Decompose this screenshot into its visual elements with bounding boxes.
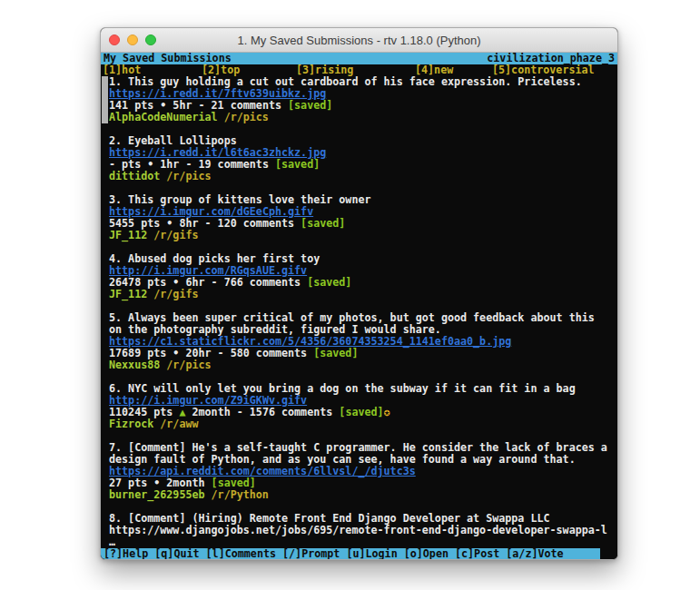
subreddit[interactable]: /r/Python [212,488,269,501]
submission-byline: AlphaCodeNumerial/r/pics [109,112,617,123]
traffic-lights [109,34,156,45]
saved-badge: [saved] [313,347,358,359]
shortcut-bar: [?]Help [q]Quit [l]Comments [/]Prompt [u… [101,548,600,560]
submission-7[interactable]: 7. [Comment] He's a self-taught C progra… [101,442,617,501]
submission-1[interactable]: 1. This guy holding a cut out cardboard … [101,76,617,123]
submission-3[interactable]: 3. This group of kittens love their owne… [101,194,617,241]
subreddit[interactable]: /r/gifs [153,229,198,241]
submission-byline: Fizrock/r/aww [109,418,617,430]
submission-byline: JF_112/r/gifs [109,289,617,300]
subreddit[interactable]: /r/pics [166,359,211,371]
selection-cursor [102,76,108,123]
title-bar: 1. My Saved Submissions - rtv 1.18.0 (Py… [101,28,617,53]
submission-8[interactable]: 8. [Comment] (Hiring) Remote Front End D… [101,513,617,548]
author[interactable]: JF_112 [109,229,147,241]
zoom-button[interactable] [145,34,156,45]
saved-badge: [saved] [307,276,351,289]
submission-4[interactable]: 4. Abused dog picks her first toy http:/… [101,253,617,300]
saved-badge: [saved] [339,406,383,418]
rtv-window: 1. My Saved Submissions - rtv 1.18.0 (Py… [100,27,618,560]
saved-badge: [saved] [301,217,345,230]
author[interactable]: dittidot [109,170,160,182]
submission-2[interactable]: 2. Eyeball Lollipops https://i.redd.it/l… [101,135,617,182]
saved-badge: [saved] [212,477,256,489]
submission-6[interactable]: 6. NYC will only let you bring a dog on … [101,383,617,430]
submission-title: 5. Always been super critical of my phot… [109,312,617,336]
subreddit[interactable]: /r/pics [166,170,211,182]
truncation-ellipsis: … [109,536,617,548]
submission-byline: Nexxus88/r/pics [109,359,617,371]
author[interactable]: AlphaCodeNumerial [109,111,218,123]
close-button[interactable] [109,34,120,45]
subreddit[interactable]: /r/pics [224,111,269,123]
minimize-button[interactable] [127,34,138,45]
submission-5[interactable]: 5. Always been super critical of my phot… [101,312,617,371]
terminal: My Saved Submissions civilization_phaze_… [101,53,617,560]
gilded-icon: ✪ [384,406,390,418]
submission-title: 7. [Comment] He's a self-taught C progra… [109,442,617,466]
author[interactable]: Nexxus88 [109,359,160,371]
author[interactable]: Fizrock [109,418,153,430]
submission-byline: burner_262955eb/r/Python [109,489,617,501]
subreddit[interactable]: /r/aww [160,418,198,430]
submission-body: https://www.djangojobs.net/jobs/695/remo… [109,525,617,536]
author[interactable]: burner_262955eb [109,488,205,501]
subreddit[interactable]: /r/gifs [153,288,198,300]
submission-byline: dittidot/r/pics [109,171,617,182]
saved-badge: [saved] [275,158,320,171]
submission-byline: JF_112/r/gifs [109,230,617,241]
saved-badge: [saved] [288,99,332,112]
author[interactable]: JF_112 [109,288,147,300]
window-title: 1. My Saved Submissions - rtv 1.18.0 (Py… [237,34,480,47]
